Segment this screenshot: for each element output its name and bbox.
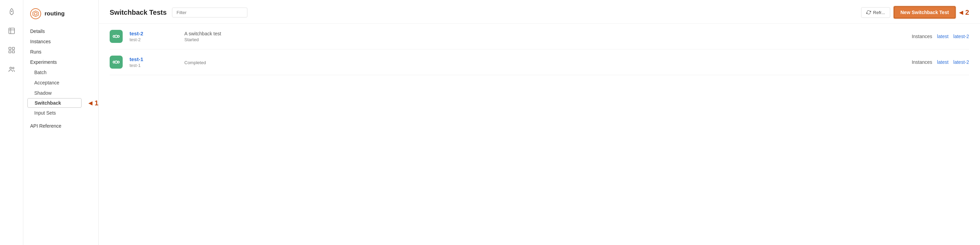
sidebar: routing Details Instances Runs Experimen…: [23, 0, 99, 245]
test-id-test-1: test-1: [129, 63, 178, 68]
sidebar-title: routing: [45, 10, 65, 17]
svg-marker-8: [33, 11, 39, 17]
refresh-icon: [866, 10, 871, 15]
svg-point-13: [115, 61, 117, 63]
svg-point-11: [113, 35, 115, 37]
sidebar-item-batch[interactable]: Batch: [23, 67, 99, 78]
svg-point-14: [113, 61, 115, 63]
sidebar-item-api-reference[interactable]: API Reference: [23, 121, 99, 131]
svg-marker-9: [34, 12, 37, 15]
sidebar-item-details[interactable]: Details: [23, 26, 99, 36]
annotation-arrow-1: ◄: [87, 99, 94, 107]
annotation-number-2: 2: [965, 9, 969, 16]
page-title: Switchback Tests: [110, 9, 167, 16]
test-name-test-1[interactable]: test-1: [129, 56, 178, 62]
svg-point-7: [12, 67, 14, 69]
table-row: test-1 test-1 Completed Instances latest…: [110, 50, 969, 75]
icon-rail: [0, 0, 23, 245]
filter-input[interactable]: [172, 8, 247, 18]
sidebar-item-instances[interactable]: Instances: [23, 36, 99, 46]
grid-icon[interactable]: [5, 44, 18, 56]
test-status-test-1: Completed: [185, 60, 905, 65]
test-info-test-2: test-2 test-2: [129, 30, 178, 42]
latest-link-test-1[interactable]: latest: [937, 59, 948, 65]
test-desc-test-1: Completed: [185, 59, 905, 65]
latest-2-link-test-2[interactable]: latest-2: [953, 34, 969, 39]
svg-rect-2: [9, 47, 11, 50]
test-info-test-1: test-1 test-1: [129, 56, 178, 68]
svg-point-10: [115, 35, 117, 37]
svg-rect-1: [9, 28, 14, 34]
refresh-button[interactable]: Refr...: [861, 7, 890, 18]
sidebar-item-switchback[interactable]: Switchback: [27, 98, 81, 108]
test-status-test-2: Started: [185, 37, 905, 42]
svg-rect-4: [9, 51, 11, 53]
test-name-test-2[interactable]: test-2: [129, 30, 178, 36]
test-links-test-2: Instances latest latest-2: [912, 34, 969, 39]
new-switchback-test-button[interactable]: New Switchback Test: [894, 6, 956, 19]
annotation-arrow-2: ◄: [958, 9, 964, 16]
test-description-test-2: A switchback test: [185, 31, 905, 36]
rocket-icon[interactable]: [5, 5, 18, 18]
main-header-right: Refr... New Switchback Test ◄ 2: [861, 6, 969, 19]
switchback-icon-2: [112, 58, 120, 66]
table-row: test-2 test-2 A switchback test Started …: [110, 24, 969, 50]
sidebar-item-input-sets[interactable]: Input Sets: [23, 108, 99, 118]
svg-point-15: [118, 61, 119, 63]
cube-icon[interactable]: [5, 25, 18, 37]
svg-point-6: [10, 67, 12, 69]
sidebar-logo: [30, 8, 41, 19]
sidebar-item-runs[interactable]: Runs: [23, 46, 99, 57]
test-links-test-1: Instances latest latest-2: [912, 59, 969, 65]
test-desc-test-2: A switchback test Started: [185, 31, 905, 42]
annotation-number-1: 1: [95, 99, 99, 107]
main-content: Switchback Tests Refr... New Switchback …: [99, 0, 980, 245]
test-icon-test-2: [110, 30, 123, 43]
sidebar-nav: Details Instances Runs Experiments Batch…: [23, 26, 99, 240]
test-id-test-2: test-2: [129, 37, 178, 42]
svg-point-0: [11, 11, 12, 12]
latest-link-test-2[interactable]: latest: [937, 34, 948, 39]
svg-rect-3: [12, 47, 14, 50]
main-header: Switchback Tests Refr... New Switchback …: [99, 0, 980, 24]
refresh-label: Refr...: [873, 10, 885, 15]
latest-2-link-test-1[interactable]: latest-2: [953, 59, 969, 65]
users-icon[interactable]: [5, 63, 18, 75]
sidebar-item-acceptance[interactable]: Acceptance: [23, 78, 99, 88]
instances-label-test-1: Instances: [912, 59, 932, 65]
sidebar-header: routing: [23, 5, 99, 26]
switchback-icon: [112, 33, 120, 40]
svg-point-12: [118, 35, 119, 37]
test-icon-test-1: [110, 56, 123, 69]
tests-list: test-2 test-2 A switchback test Started …: [99, 24, 980, 245]
sidebar-item-experiments[interactable]: Experiments: [23, 57, 99, 67]
sidebar-item-shadow[interactable]: Shadow: [23, 88, 99, 98]
svg-rect-5: [12, 51, 14, 53]
main-header-left: Switchback Tests: [110, 8, 247, 18]
instances-label-test-2: Instances: [912, 34, 932, 39]
